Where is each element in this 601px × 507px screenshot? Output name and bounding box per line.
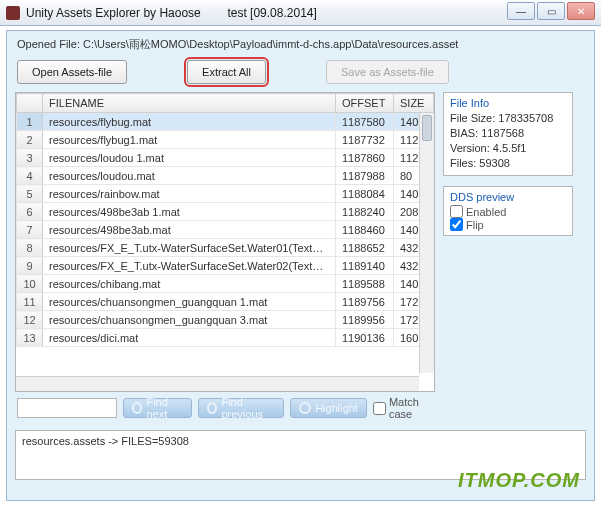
table-row[interactable]: 10resources/chibang.mat1189588140 (17, 275, 434, 293)
find-next-button[interactable]: Find next (123, 398, 192, 418)
window-title: Unity Assets Explorer by Haoose test [09… (26, 6, 317, 20)
highlight-icon (299, 402, 311, 414)
open-assets-button[interactable]: Open Assets-file (17, 60, 127, 84)
table-row[interactable]: 11resources/chuansongmen_guangquan 1.mat… (17, 293, 434, 311)
highlight-button[interactable]: Highlight (290, 398, 367, 418)
table-row[interactable]: 1resources/flybug.mat1187580140 (17, 113, 434, 131)
table-row[interactable]: 2resources/flybug1.mat1187732112 (17, 131, 434, 149)
extract-all-button[interactable]: Extract All (187, 60, 266, 84)
table-row[interactable]: 9resources/FX_E_T.utx-WaterSurfaceSet.Wa… (17, 257, 434, 275)
find-next-icon (132, 402, 142, 414)
table-row[interactable]: 12resources/chuansongmen_guangquan 3.mat… (17, 311, 434, 329)
minimize-button[interactable]: — (507, 2, 535, 20)
col-size[interactable]: SIZE (394, 94, 434, 113)
dds-preview-panel: DDS preview Enabled Flip (443, 186, 573, 236)
match-case-checkbox[interactable]: Match case (373, 396, 433, 420)
table-row[interactable]: 13resources/dici.mat1190136160 (17, 329, 434, 347)
toolbar: Open Assets-file Extract All Save as Ass… (7, 56, 594, 92)
close-button[interactable]: ✕ (567, 2, 595, 20)
maximize-button[interactable]: ▭ (537, 2, 565, 20)
file-info-panel: File Info File Size: 178335708 BIAS: 118… (443, 92, 573, 176)
file-info-heading: File Info (450, 97, 566, 109)
col-rownum[interactable] (17, 94, 43, 113)
col-offset[interactable]: OFFSET (336, 94, 394, 113)
find-prev-icon (207, 402, 218, 414)
col-filename[interactable]: FILENAME (43, 94, 336, 113)
file-table[interactable]: FILENAME OFFSET SIZE 1resources/flybug.m… (15, 92, 435, 392)
dds-flip-checkbox[interactable]: Flip (450, 218, 566, 231)
opened-file-label: Opened File: C:\Users\雨松MOMO\Desktop\Pay… (7, 31, 594, 56)
horizontal-scrollbar[interactable] (16, 376, 419, 391)
search-bar: Find next Find previous Highlight Match … (15, 392, 435, 424)
client-area: Opened File: C:\Users\雨松MOMO\Desktop\Pay… (6, 30, 595, 501)
app-icon (6, 6, 20, 20)
table-row[interactable]: 5resources/rainbow.mat1188084140 (17, 185, 434, 203)
table-row[interactable]: 7resources/498be3ab.mat1188460140 (17, 221, 434, 239)
table-row[interactable]: 4resources/loudou.mat118798880 (17, 167, 434, 185)
dds-heading: DDS preview (450, 191, 566, 203)
table-row[interactable]: 8resources/FX_E_T.utx-WaterSurfaceSet.Wa… (17, 239, 434, 257)
search-input[interactable] (17, 398, 117, 418)
save-assets-button: Save as Assets-file (326, 60, 449, 84)
vertical-scrollbar[interactable] (419, 113, 434, 373)
find-previous-button[interactable]: Find previous (198, 398, 284, 418)
watermark: ITMOP.COM (458, 469, 580, 492)
titlebar: Unity Assets Explorer by Haoose test [09… (0, 0, 601, 26)
table-row[interactable]: 6resources/498be3ab 1.mat1188240208 (17, 203, 434, 221)
table-row[interactable]: 3resources/loudou 1.mat1187860112 (17, 149, 434, 167)
dds-enabled-checkbox[interactable]: Enabled (450, 205, 566, 218)
